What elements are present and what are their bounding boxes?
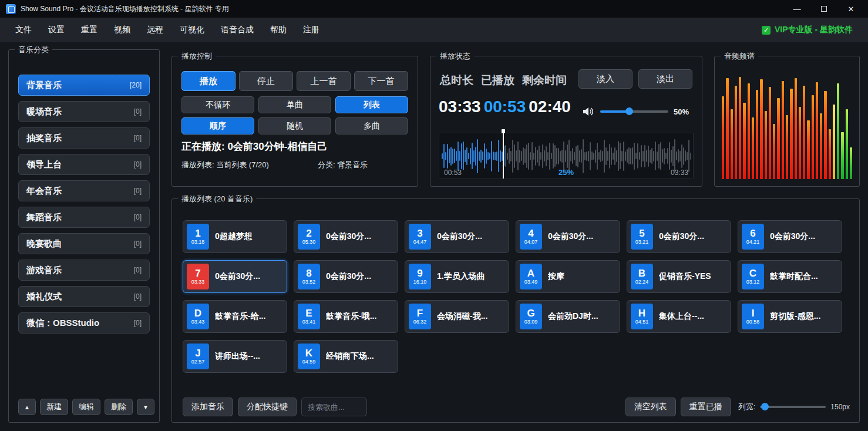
clear-list-button[interactable]: 清空列表: [625, 398, 676, 416]
track-item-J[interactable]: J02:57讲师出场--...: [183, 340, 287, 373]
category-count: [0]: [134, 240, 142, 248]
waveform-seekbar[interactable]: 00:53 25% 03:33: [439, 133, 694, 179]
transport-button-1[interactable]: 播放: [181, 71, 235, 91]
column-width-handle[interactable]: [761, 403, 769, 410]
playhead-marker[interactable]: [503, 129, 504, 179]
track-duration: 04:07: [524, 239, 538, 245]
maximize-button[interactable]: [810, 0, 837, 18]
track-item-9[interactable]: 916:101.学员入场曲: [405, 260, 509, 293]
track-duration: 03:09: [524, 319, 538, 325]
column-width-slider[interactable]: [760, 406, 826, 408]
spectrum-bar-21: [807, 120, 809, 179]
track-item-2[interactable]: 205:300会前30分...: [294, 220, 398, 253]
transport-button-4[interactable]: 下一首: [354, 71, 408, 91]
track-key: F: [417, 308, 423, 319]
track-item-3[interactable]: 304:470会前30分...: [405, 220, 509, 253]
track-item-A[interactable]: A03:49按摩: [516, 260, 620, 293]
track-badge: C03:12: [742, 264, 764, 289]
category-item-9[interactable]: 婚礼仪式[0]: [18, 286, 150, 307]
track-title: 讲师出场--...: [215, 351, 282, 362]
track-item-E[interactable]: E03:41鼓掌音乐-哦...: [294, 300, 398, 333]
category-footer-button-4[interactable]: 删除: [105, 399, 133, 415]
add-music-button[interactable]: 添加音乐: [183, 398, 233, 416]
track-duration: 00:56: [746, 319, 760, 325]
menu-item-3[interactable]: 重置: [73, 19, 106, 41]
category-item-4[interactable]: 领导上台[0]: [18, 154, 150, 175]
category-footer-button-5[interactable]: ▼: [137, 399, 154, 415]
menu-item-9[interactable]: 注册: [295, 19, 328, 41]
track-grid: 103:180超越梦想205:300会前30分...304:470会前30分..…: [183, 220, 852, 373]
panel-playback-status: 播放状态 总时长 已播放 剩余时间 淡入 淡出 03:33 00:53 02:4…: [430, 56, 702, 187]
track-title: 剪切版-感恩...: [770, 311, 837, 322]
menu-item-5[interactable]: 远程: [139, 19, 171, 41]
volume-slider[interactable]: [600, 110, 668, 113]
category-item-1[interactable]: 背景音乐[20]: [18, 75, 150, 96]
category-item-5[interactable]: 年会音乐[0]: [18, 180, 150, 201]
now-playing-text: 正在播放: 0会前30分钟-相信自己: [181, 140, 327, 153]
menu-item-2[interactable]: 设置: [40, 19, 73, 41]
reset-played-button[interactable]: 重置已播: [681, 398, 731, 416]
category-item-6[interactable]: 舞蹈音乐[0]: [18, 207, 150, 228]
category-footer-button-3[interactable]: 编辑: [72, 399, 100, 415]
menu-item-8[interactable]: 帮助: [262, 19, 295, 41]
fade-out-button[interactable]: 淡出: [638, 69, 692, 89]
menu-item-1[interactable]: 文件: [7, 19, 40, 41]
spectrum-bar-24: [820, 113, 822, 179]
track-item-F[interactable]: F06:32会场消磁-我...: [405, 300, 509, 333]
minimize-button[interactable]: —: [783, 0, 810, 18]
spectrum-bar-10: [760, 79, 762, 179]
track-title: 经销商下场...: [326, 351, 393, 362]
track-item-1[interactable]: 103:180超越梦想: [183, 220, 287, 253]
track-item-7[interactable]: 703:330会前30分...: [183, 260, 287, 293]
category-item-10[interactable]: 微信：OBSStudio[0]: [18, 312, 150, 334]
order-mode-button-2[interactable]: 随机: [258, 117, 331, 134]
panel-audio-spectrum: 音频频谱: [714, 56, 860, 187]
menu-item-7[interactable]: 语音合成: [213, 19, 262, 41]
track-duration: 03:52: [302, 279, 316, 285]
loop-mode-button-2[interactable]: 单曲: [258, 96, 331, 113]
track-badge-current: 703:33: [187, 264, 209, 289]
volume-handle[interactable]: [625, 107, 633, 115]
track-item-B[interactable]: B02:24促销音乐-YES: [627, 260, 731, 293]
track-item-G[interactable]: G03:09会前劲DJ时...: [516, 300, 620, 333]
panel-legend-playlist: 播放列表 (20 首音乐): [178, 194, 256, 204]
track-item-D[interactable]: D03:43鼓掌音乐-给...: [183, 300, 287, 333]
category-footer-button-2[interactable]: 新建: [40, 399, 68, 415]
close-button[interactable]: ✕: [837, 0, 864, 18]
category-item-7[interactable]: 晚宴歌曲[0]: [18, 233, 150, 254]
track-key: C: [749, 268, 756, 279]
category-footer-button-1[interactable]: ▲: [18, 399, 36, 415]
track-item-K[interactable]: K04:59经销商下场...: [294, 340, 398, 373]
order-mode-button-1[interactable]: 顺序: [181, 117, 254, 134]
menu-item-6[interactable]: 可视化: [171, 19, 213, 41]
track-item-H[interactable]: H04:51集体上台--...: [627, 300, 731, 333]
category-count: [0]: [134, 266, 142, 274]
spectrum-bar-27: [833, 105, 835, 179]
column-width-value: 150px: [830, 403, 850, 411]
loop-mode-button-1[interactable]: 不循环: [181, 96, 254, 113]
category-item-2[interactable]: 暖场音乐[0]: [18, 101, 150, 122]
track-item-C[interactable]: C03:12鼓掌时配合...: [738, 260, 842, 293]
transport-button-3[interactable]: 上一首: [297, 71, 351, 91]
track-key: 5: [639, 228, 644, 239]
order-mode-button-3[interactable]: 多曲: [335, 117, 408, 134]
category-item-3[interactable]: 抽奖音乐[0]: [18, 127, 150, 149]
track-item-6[interactable]: 604:210会前30分...: [738, 220, 842, 253]
search-song-input[interactable]: [301, 398, 367, 416]
track-item-I[interactable]: I00:56剪切版-感恩...: [738, 300, 842, 333]
spectrum-bar-7: [748, 83, 750, 179]
track-item-4[interactable]: 404:070会前30分...: [516, 220, 620, 253]
assign-hotkey-button[interactable]: 分配快捷键: [238, 398, 297, 416]
menu-item-4[interactable]: 视频: [106, 19, 139, 41]
transport-button-2[interactable]: 停止: [239, 71, 293, 91]
category-item-8[interactable]: 游戏音乐[0]: [18, 260, 150, 281]
track-duration: 03:43: [191, 319, 205, 325]
track-item-8[interactable]: 803:520会前30分...: [294, 260, 398, 293]
loop-mode-button-3[interactable]: 列表: [335, 96, 408, 113]
track-title: 鼓掌时配合...: [770, 271, 837, 282]
spectrum-bar-9: [756, 90, 758, 179]
speaker-icon[interactable]: [583, 107, 595, 116]
track-item-5[interactable]: 503:210会前30分...: [627, 220, 731, 253]
vip-badge: ✓ VIP专业版 - 星韵软件: [762, 25, 861, 35]
fade-in-button[interactable]: 淡入: [578, 69, 633, 89]
